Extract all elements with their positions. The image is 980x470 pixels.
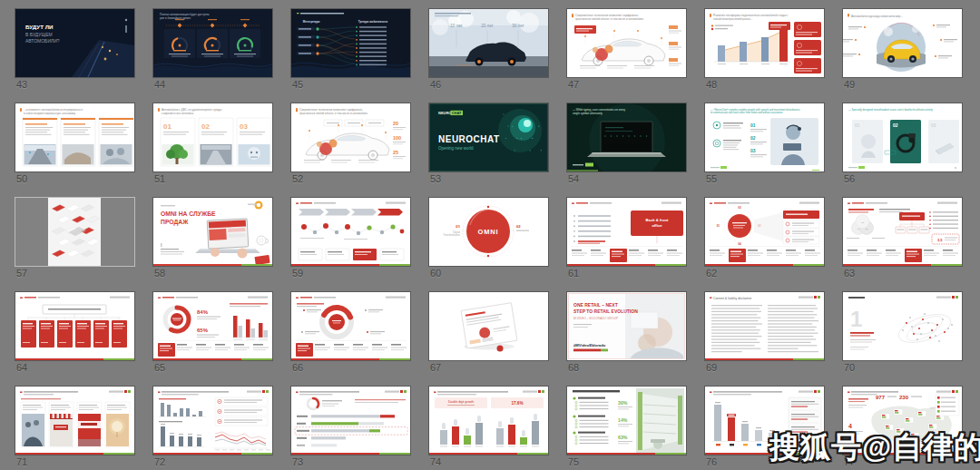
slide-thumbnail[interactable]: Развитие платформы подключенных автомоби… bbox=[705, 9, 824, 77]
slide-thumbnail[interactable]: 1 bbox=[843, 292, 962, 360]
svg-text:01: 01 bbox=[717, 224, 720, 228]
slide-cell: 10 лет20 лет30 лет 46 bbox=[429, 9, 548, 91]
slide-preview: БУДУТ ЛИВ БУДУЩЕМАВТОМОБИЛИ? bbox=[15, 9, 134, 77]
slide-thumbnail[interactable] bbox=[15, 198, 134, 266]
slide-thumbnail[interactable] bbox=[15, 292, 134, 360]
svg-text:30%: 30% bbox=[618, 400, 628, 406]
svg-text:Content & liability disclaimer: Content & liability disclaimer bbox=[713, 297, 752, 300]
slide-cell: Автомобили однажды изменили мир... 49 bbox=[843, 9, 962, 91]
slide-thumbnail[interactable]: Современные технологии позволяют оцифров… bbox=[291, 103, 410, 171]
watermark: 搜狐号@自律的音律 bbox=[769, 427, 980, 468]
slide-preview: 01020304 bbox=[705, 198, 824, 266]
slide-cell: Content & liability disclaimer 69 bbox=[705, 292, 824, 374]
svg-text:17.6%: 17.6% bbox=[511, 401, 523, 406]
slide-thumbnail[interactable] bbox=[291, 387, 410, 455]
slide-thumbnail[interactable] bbox=[291, 292, 410, 360]
svg-text:02: 02 bbox=[516, 224, 521, 229]
svg-text:14%: 14% bbox=[618, 417, 628, 423]
slide-preview: Back & frontoffice bbox=[567, 198, 686, 266]
slide-thumbnail[interactable]: 84%65% bbox=[153, 292, 272, 360]
slide-number: 52 bbox=[291, 173, 410, 184]
slide-thumbnail[interactable]: МетатрендыТренды мобильности bbox=[291, 9, 410, 77]
svg-text:Метатренды: Метатренды bbox=[303, 20, 320, 24]
svg-text:#MVideoEldorado: #MVideoEldorado bbox=[573, 343, 606, 348]
svg-text:NEURO: NEURO bbox=[438, 111, 451, 115]
slide-cell: 30%14%63% 75 bbox=[567, 387, 686, 468]
svg-text:65%: 65% bbox=[197, 328, 209, 333]
slide-thumbnail[interactable]: Автомобили с ДВС не удовлетворяют нуждыс… bbox=[153, 103, 272, 171]
svg-text:В БУДУЩЕМ: В БУДУЩЕМ bbox=[25, 32, 53, 37]
slide-thumbnail[interactable]: Современные технологии позволяют оцифров… bbox=[567, 9, 686, 77]
svg-text:30 лет: 30 лет bbox=[512, 24, 524, 28]
slide-thumbnail[interactable]: 30%14%63% bbox=[567, 387, 686, 455]
slide-preview: — While typing, user concentrates on eve… bbox=[567, 103, 686, 171]
svg-text:02: 02 bbox=[893, 122, 898, 128]
slide-thumbnail[interactable]: 010203 bbox=[153, 387, 272, 455]
svg-text:03: 03 bbox=[738, 206, 741, 210]
slide-cell: 0102033,5 63 bbox=[843, 198, 962, 279]
slide-thumbnail[interactable]: Content & liability disclaimer bbox=[705, 292, 824, 360]
slide-cell: 1 70 bbox=[843, 292, 962, 374]
slide-preview bbox=[15, 387, 134, 455]
slide-preview bbox=[429, 292, 548, 360]
slide-number: 64 bbox=[15, 362, 134, 373]
slide-number: 61 bbox=[567, 268, 686, 279]
slide-cell: Автомобили с ДВС не удовлетворяют нуждыс… bbox=[153, 103, 272, 185]
slide-thumbnail[interactable]: Полная автоматизация будет доступнауже в… bbox=[153, 9, 272, 77]
slide-thumbnail[interactable]: Back & frontoffice bbox=[567, 198, 686, 266]
slide-number: 70 bbox=[843, 362, 962, 373]
svg-text:CHAT: CHAT bbox=[452, 111, 462, 115]
slide-number: 47 bbox=[567, 79, 686, 90]
svg-text:01: 01 bbox=[855, 122, 860, 128]
slide-preview: — Specially designed neuroheadset scans … bbox=[843, 103, 962, 171]
slide-thumbnail[interactable]: NEUROCHATNEUROCHATOpening new world bbox=[429, 103, 548, 171]
slide-thumbnail[interactable]: — While typing, user concentrates on eve… bbox=[567, 103, 686, 171]
slide-thumbnail[interactable]: БУДУТ ЛИВ БУДУЩЕМАВТОМОБИЛИ? bbox=[15, 9, 134, 77]
slide-preview: 84%65% bbox=[153, 292, 272, 360]
svg-text:Transformation: Transformation bbox=[443, 233, 460, 237]
slide-preview: Double digit growth17.6% bbox=[429, 387, 548, 455]
slide-thumbnail[interactable]: 0102033,5 bbox=[843, 198, 962, 266]
slide-thumbnail[interactable] bbox=[429, 292, 548, 360]
slide-cell: Современные технологии позволяют оцифров… bbox=[567, 9, 686, 91]
slide-thumbnail[interactable]: Автомобили однажды изменили мир... bbox=[843, 9, 962, 77]
slide-thumbnail[interactable]: ONE RETAIL – NEXTSTEP TO RETAIL EVOLUTIO… bbox=[567, 292, 686, 360]
slide-thumbnail[interactable]: 10 лет20 лет30 лет bbox=[429, 9, 548, 77]
svg-text:практически любой объект, в то: практически любой объект, в том числе и … bbox=[575, 17, 644, 21]
slide-cell: Полная автоматизация будет доступнауже в… bbox=[153, 9, 272, 91]
svg-text:63%: 63% bbox=[618, 435, 628, 440]
svg-text:02: 02 bbox=[201, 122, 210, 131]
svg-text:20: 20 bbox=[393, 121, 398, 126]
slide-thumbnail[interactable]: Double digit growth17.6% bbox=[429, 387, 548, 455]
slide-thumbnail[interactable]: 01020304 bbox=[705, 198, 824, 266]
slide-preview: Современные технологии позволяют оцифров… bbox=[291, 103, 410, 171]
slide-number: 69 bbox=[705, 362, 824, 373]
svg-text:single symbol alternately: single symbol alternately bbox=[573, 112, 603, 115]
slide-cell: ONE RETAIL – NEXTSTEP TO RETAIL EVOLUTIO… bbox=[567, 292, 686, 374]
slide-thumbnail[interactable]: — Specially designed neuroheadset scans … bbox=[843, 103, 962, 171]
svg-text:01: 01 bbox=[456, 224, 460, 229]
slide-title: OMNI НА СЛУЖБЕ bbox=[161, 211, 216, 217]
slide-cell: 57 bbox=[15, 198, 134, 279]
slide-number: 50 bbox=[15, 173, 134, 184]
slide-cell: 01020304 62 bbox=[705, 198, 824, 279]
slide-title: БУДУТ ЛИ bbox=[25, 24, 54, 30]
slide-thumbnail[interactable]: OMNI01DigitalTransformation02 bbox=[429, 198, 548, 266]
slide-cell: OMNI01DigitalTransformation02 60 bbox=[429, 198, 548, 279]
slide-preview: 0102033,5 bbox=[843, 198, 962, 266]
slide-thumbnail[interactable]: ...и позволят автомобилям интегрироватьс… bbox=[15, 103, 134, 171]
slide-number: 54 bbox=[567, 173, 686, 184]
slide-thumbnail[interactable] bbox=[291, 198, 410, 266]
svg-text:3,5: 3,5 bbox=[937, 238, 943, 242]
svg-text:M.VIDEO – ELDORADO GROUP: M.VIDEO – ELDORADO GROUP bbox=[573, 317, 619, 320]
slide-cell: 71 bbox=[15, 387, 134, 468]
slide-thumbnail[interactable] bbox=[15, 387, 134, 455]
slide-thumbnail[interactable]: OMNI НА СЛУЖБЕПРОДАЖ bbox=[153, 198, 272, 266]
svg-text:Автомобили однажды изменили ми: Автомобили однажды изменили мир... bbox=[851, 15, 903, 18]
slide-number: 43 bbox=[15, 79, 134, 90]
slide-number: 46 bbox=[429, 79, 548, 90]
slide-cell: 84%65% 65 bbox=[153, 292, 272, 374]
slide-number: 75 bbox=[567, 456, 686, 467]
slide-thumbnail[interactable]: — «NeuroChat» complex enables people wit… bbox=[705, 103, 824, 171]
slide-number: 65 bbox=[153, 362, 272, 373]
